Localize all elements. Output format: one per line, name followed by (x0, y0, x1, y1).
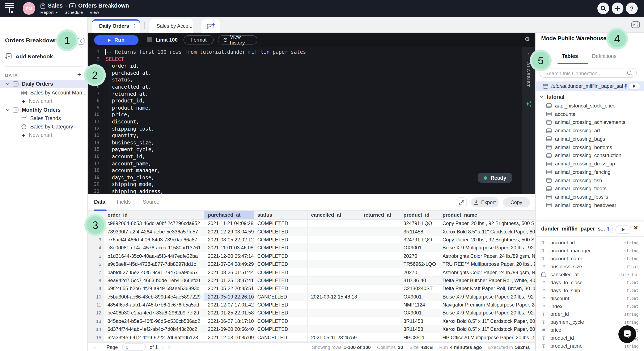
tab-kebab-menu-icon[interactable]: ⋮ (132, 23, 137, 29)
table-cell[interactable]: 20270 (400, 252, 439, 260)
table-cell[interactable] (360, 228, 400, 236)
table-list-item[interactable]: animal_crossing_dress_up (536, 160, 644, 168)
table-cell[interactable] (360, 220, 400, 228)
field-row[interactable]: cancelled_atdatetime (536, 270, 644, 278)
table-cell[interactable]: 2021-08-05 22:02:12 (204, 236, 254, 244)
table-cell[interactable] (360, 309, 400, 318)
ai-assist-panel[interactable]: ‹ AI ASSIST (522, 47, 535, 194)
table-cell[interactable]: 2021-09-12 15:48:18 (308, 293, 360, 301)
tab-sales-by-account[interactable]: Sales by Acco... (150, 19, 193, 33)
export-button[interactable]: Export (471, 197, 499, 208)
table-cell[interactable] (360, 244, 400, 252)
table-cell[interactable] (360, 293, 400, 301)
table-cell[interactable]: Astrobrights Color Paper, 24 lb./89 gsm,… (439, 268, 535, 277)
sidebar-item-monthly-orders[interactable]: Monthly Orders (0, 106, 88, 114)
sidebar-item-sales-trends[interactable]: Sales Trends (0, 114, 88, 122)
add-notebook-button[interactable]: Add Notebook (5, 53, 53, 60)
table-cell[interactable]: TRU RED™ Multipurpose Paper, 20 lbs., 96… (439, 260, 535, 268)
field-row[interactable]: Taccount_namestring (536, 255, 644, 263)
table-cell[interactable] (360, 317, 400, 326)
field-row[interactable]: Tpayment_cyclestring (536, 318, 644, 326)
menu-schedule[interactable]: Schedule (64, 10, 83, 15)
table-cell[interactable]: COMPLETED (254, 220, 308, 228)
table-list-item[interactable]: animal_crossing_art (536, 126, 644, 135)
add-data-button[interactable]: + (77, 71, 81, 78)
table-cell[interactable]: 2021-06-27 18:17:10 (204, 317, 254, 326)
table-cell[interactable]: babfd527-f5e2-40f5-9c91-794705a9b557 (104, 268, 204, 277)
copy-button[interactable]: Copy (503, 197, 530, 208)
table-cell[interactable]: 2021-12-08 10:35:09 (204, 334, 254, 342)
table-cell[interactable]: c76acf4f-466d-4f06-84d3-739c0ae66a87 (104, 236, 204, 244)
table-cell[interactable] (360, 285, 400, 293)
table-cell[interactable]: Astrobrights Color Paper, 24 lb./89 gsm,… (439, 252, 535, 260)
table-cell[interactable] (360, 334, 400, 342)
field-row[interactable]: Taccount_managerstring (536, 247, 644, 255)
table-cell[interactable] (360, 236, 400, 244)
menu-view[interactable]: View (90, 10, 99, 15)
view-history-button[interactable]: View history (218, 35, 257, 44)
table-cell[interactable]: OX9001 (400, 244, 439, 252)
sidebar-item-sales-by-category[interactable]: Sales by Category (0, 122, 88, 131)
table-cell[interactable]: Boise X-9 Multipurpose Paper, 20 lbs., 9… (439, 244, 535, 252)
table-cell[interactable]: b1d31644-35c0-40aa-a5f3-44f7edfe22ba (104, 252, 204, 260)
column-header-returned_at[interactable]: returned_at (360, 211, 400, 220)
table-cell[interactable]: Xerox Bold 8.5" x 11" Cardstock Paper, 8… (439, 326, 535, 334)
close-icon[interactable]: ✕ (634, 224, 638, 231)
table-cell[interactable]: COMPLETED (254, 252, 308, 260)
new-chart-tab-button[interactable] (202, 19, 220, 33)
table-cell[interactable]: COMPLETED (254, 285, 308, 293)
table-cell[interactable]: 3R11458 (400, 326, 439, 334)
field-row[interactable]: Tproduct_namestring (536, 342, 644, 350)
table-cell[interactable]: 2021-05-19 22:26:10 (204, 293, 254, 301)
table-cell[interactable]: HPC8511 (400, 334, 439, 342)
table-cell[interactable]: NMP1124 (400, 301, 439, 309)
table-cell[interactable]: CANCELLED (254, 334, 308, 342)
schema-group[interactable]: tutorial (540, 94, 564, 100)
table-cell[interactable]: 2021-11-21 04:09:28 (204, 220, 254, 228)
table-cell[interactable]: 2021-12-07 17:01:42 (204, 301, 254, 309)
table-list-item[interactable]: animal_crossing_fencing (536, 168, 644, 176)
table-cell[interactable]: Delta Paper Kraft Paper Roll, Brown, 30 … (439, 285, 535, 293)
table-cell[interactable]: COMPLETED (254, 309, 308, 318)
format-button[interactable]: Format (184, 35, 214, 44)
field-row[interactable]: Torder_idstring (536, 310, 644, 318)
tab-definitions[interactable]: Definitions (592, 53, 616, 59)
table-cell[interactable]: 324791-LQO (400, 236, 439, 244)
mode-logo-icon[interactable] (4, 3, 15, 14)
table-list-item[interactable]: accounts (536, 110, 644, 118)
table-cell[interactable]: 6d374f74-f4ab-4ef2-ab4c-7d0b443c20c2 (104, 326, 204, 334)
table-cell[interactable]: 4854f6a8-aab1-4748-b7b6-1c676fb5a5ad (104, 301, 204, 309)
table-cell[interactable]: Xerox Bold 8.5" x 11" Cardstock Paper, 8… (439, 228, 535, 236)
table-cell[interactable]: Boise X-9 Multipurpose Paper, 20 lbs., 9… (439, 309, 535, 318)
share-link-button[interactable] (456, 197, 467, 208)
table-cell[interactable] (308, 285, 360, 293)
run-button[interactable]: Run (94, 35, 138, 45)
table-cell[interactable]: COMPLETED (254, 228, 308, 236)
table-cell[interactable]: 845abe24-b5e5-46f8-96d5-c530cb536ad2 (104, 317, 204, 326)
first-page-icon[interactable]: « (94, 344, 96, 350)
table-list-item[interactable]: animal_crossing_bottoms (536, 143, 644, 152)
column-header-product_name[interactable]: product_name (439, 211, 535, 220)
table-cell[interactable]: 2021-01-25 22:01:58 (204, 309, 254, 318)
table-cell[interactable]: 324791-LQO (400, 220, 439, 228)
table-cell[interactable]: 2021-08-26 01:51:44 (204, 268, 254, 277)
table-cell[interactable]: OX9001 (400, 293, 439, 301)
column-header-cancelled_at[interactable]: cancelled_at (308, 211, 360, 220)
tab-fields[interactable]: Fields (117, 199, 131, 205)
table-cell[interactable]: be406b30-c1ba-4ed7-83a6-2962b9f7ef2d (104, 309, 204, 318)
search-input[interactable] (544, 69, 624, 77)
table-cell[interactable] (360, 268, 400, 277)
table-cell[interactable]: Delta Paper Butcher Paper Roll, White, 4… (439, 276, 535, 285)
table-cell[interactable]: HP Office20 Multipurpose Paper, 20 lbs.,… (439, 334, 535, 342)
table-cell[interactable] (308, 276, 360, 285)
table-cell[interactable]: 20270 (400, 268, 439, 277)
field-row[interactable]: #days_to_closefloat (536, 278, 644, 286)
table-cell[interactable] (308, 236, 360, 244)
table-cell[interactable]: COMPLETED (254, 236, 308, 244)
table-list-item[interactable]: animal_crossing_achievements (536, 118, 644, 126)
table-cell[interactable]: 2021-09-20 20:56:40 (204, 326, 254, 334)
column-header-purchased_at[interactable]: purchased_at (204, 211, 254, 220)
table-cell[interactable]: Navigator Premium Multipurpose Paper, 24… (439, 301, 535, 309)
field-row[interactable]: #discountfloat (536, 294, 644, 302)
connection-search[interactable] (540, 68, 637, 78)
